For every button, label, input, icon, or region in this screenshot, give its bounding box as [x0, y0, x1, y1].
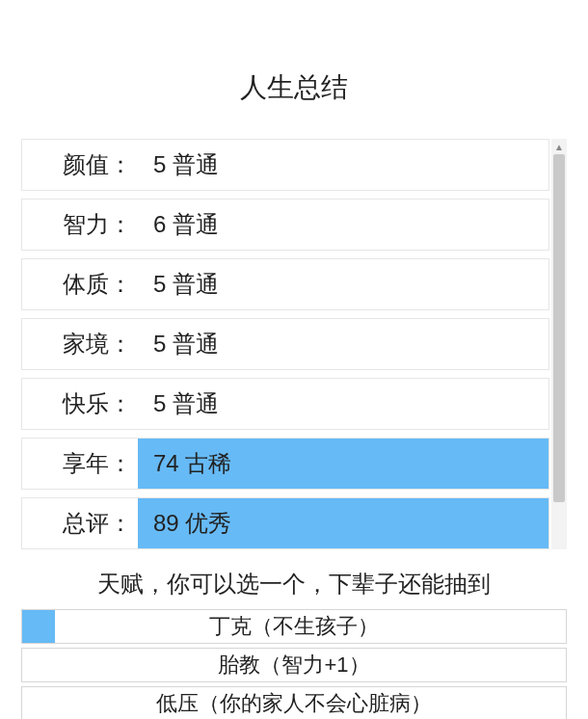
stats-area: 颜值：5 普通智力：6 普通体质：5 普通家境：5 普通快乐：5 普通享年：74… [21, 139, 567, 549]
talent-item[interactable]: 丁克（不生孩子） [21, 609, 567, 644]
stat-value: 6 普通 [138, 200, 548, 250]
scroll-thumb[interactable] [553, 154, 565, 502]
stat-row: 享年：74 古稀 [21, 438, 549, 490]
selected-indicator [22, 610, 55, 643]
stat-label: 享年： [22, 439, 138, 489]
talent-item[interactable]: 胎教（智力+1） [21, 648, 567, 682]
scroll-track[interactable] [551, 154, 567, 549]
stat-row: 家境：5 普通 [21, 318, 549, 370]
talent-label: 胎教（智力+1） [218, 651, 369, 679]
talent-label: 低压（你的家人不会心脏病） [156, 689, 432, 718]
talent-prompt: 天赋，你可以选一个，下辈子还能抽到 [0, 569, 588, 599]
scrollbar[interactable]: ▲ [551, 139, 567, 549]
stat-value: 5 普通 [138, 319, 548, 369]
stat-label: 体质： [22, 259, 138, 309]
stats-list: 颜值：5 普通智力：6 普通体质：5 普通家境：5 普通快乐：5 普通享年：74… [21, 139, 567, 549]
stat-row: 总评：89 优秀 [21, 497, 549, 549]
stat-value: 89 优秀 [138, 498, 548, 548]
stat-value: 74 古稀 [138, 439, 548, 489]
stat-value: 5 普通 [138, 140, 548, 190]
stat-label: 总评： [22, 498, 138, 548]
talent-item[interactable]: 低压（你的家人不会心脏病） [21, 686, 567, 719]
stat-value: 5 普通 [138, 259, 548, 309]
stat-label: 家境： [22, 319, 138, 369]
talent-list: 丁克（不生孩子）胎教（智力+1）低压（你的家人不会心脏病） [21, 609, 567, 719]
page-title: 人生总结 [0, 0, 588, 139]
stat-row: 智力：6 普通 [21, 199, 549, 251]
stat-label: 快乐： [22, 379, 138, 429]
stat-label: 智力： [22, 200, 138, 250]
talent-label: 丁克（不生孩子） [209, 612, 379, 641]
scroll-up-icon[interactable]: ▲ [551, 139, 567, 154]
stat-row: 快乐：5 普通 [21, 378, 549, 430]
stat-label: 颜值： [22, 140, 138, 190]
stat-row: 体质：5 普通 [21, 258, 549, 310]
stat-value: 5 普通 [138, 379, 548, 429]
stat-row: 颜值：5 普通 [21, 139, 549, 191]
